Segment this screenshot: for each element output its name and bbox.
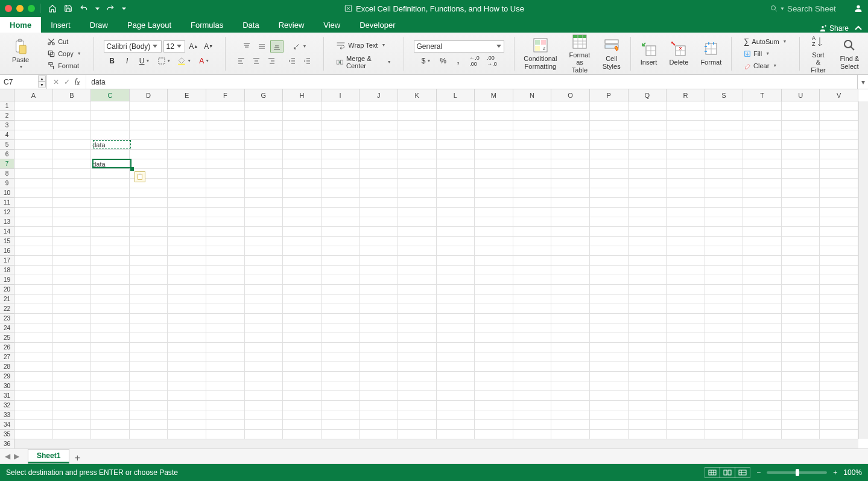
cell-L20[interactable] <box>437 285 475 295</box>
cell-O10[interactable] <box>551 188 590 198</box>
save-icon[interactable] <box>63 4 73 13</box>
cell-H4[interactable] <box>283 130 322 140</box>
cell-H12[interactable] <box>283 208 322 217</box>
cell-M12[interactable] <box>475 208 513 217</box>
cell-K24[interactable] <box>398 323 437 333</box>
cell-T30[interactable] <box>743 381 782 391</box>
name-box-down-icon[interactable]: ▼ <box>38 81 46 88</box>
maximize-window-icon[interactable] <box>28 5 35 12</box>
cell-T17[interactable] <box>743 256 782 266</box>
row-header-28[interactable]: 28 <box>0 362 14 372</box>
cell-J13[interactable] <box>360 217 398 227</box>
cell-P20[interactable] <box>590 285 629 295</box>
cell-E32[interactable] <box>168 401 206 410</box>
cell-F31[interactable] <box>206 391 245 401</box>
collapse-ribbon-icon[interactable] <box>855 25 862 31</box>
cell-U27[interactable] <box>782 352 820 362</box>
cell-T20[interactable] <box>743 285 782 295</box>
wrap-text-button[interactable]: Wrap Text▼ <box>334 38 388 53</box>
cell-C15[interactable] <box>91 237 130 246</box>
cell-U21[interactable] <box>782 295 820 304</box>
cell-K29[interactable] <box>398 372 437 381</box>
cell-G14[interactable] <box>245 227 284 237</box>
row-header-16[interactable]: 16 <box>0 246 14 256</box>
cell-O4[interactable] <box>551 130 590 140</box>
cell-C1[interactable] <box>91 101 130 111</box>
cell-E15[interactable] <box>168 237 206 246</box>
cell-T5[interactable] <box>743 140 782 150</box>
paste-dropdown-icon[interactable]: ▼ <box>19 65 24 69</box>
cell-K17[interactable] <box>398 256 437 266</box>
cell-Q7[interactable] <box>629 159 667 169</box>
cell-J5[interactable] <box>360 140 398 150</box>
cell-E20[interactable] <box>168 285 206 295</box>
cell-P32[interactable] <box>590 401 629 410</box>
row-header-5[interactable]: 5 <box>0 140 14 150</box>
cell-S29[interactable] <box>705 372 744 381</box>
cell-B5[interactable] <box>53 140 92 150</box>
col-header-V[interactable]: V <box>820 89 858 101</box>
cell-T22[interactable] <box>743 304 782 314</box>
cell-P22[interactable] <box>590 304 629 314</box>
cell-P29[interactable] <box>590 372 629 381</box>
cell-E34[interactable] <box>168 420 206 430</box>
cell-L13[interactable] <box>437 217 475 227</box>
cell-O30[interactable] <box>551 381 590 391</box>
zoom-out-button[interactable]: − <box>756 468 761 477</box>
cell-J2[interactable] <box>360 111 398 121</box>
cell-T7[interactable] <box>743 159 782 169</box>
cell-K4[interactable] <box>398 130 437 140</box>
cell-L34[interactable] <box>437 420 475 430</box>
cell-H9[interactable] <box>283 179 322 188</box>
cell-K13[interactable] <box>398 217 437 227</box>
cell-H8[interactable] <box>283 169 322 179</box>
cell-I33[interactable] <box>322 410 360 420</box>
cell-H27[interactable] <box>283 352 322 362</box>
cell-V29[interactable] <box>820 372 858 381</box>
cell-H5[interactable] <box>283 140 322 150</box>
cell-S11[interactable] <box>705 198 744 208</box>
cell-T11[interactable] <box>743 198 782 208</box>
cell-N26[interactable] <box>513 343 552 352</box>
percent-button[interactable]: % <box>437 55 450 67</box>
cell-K10[interactable] <box>398 188 437 198</box>
cell-A32[interactable] <box>14 401 53 410</box>
cell-P25[interactable] <box>590 333 629 343</box>
page-layout-view-button[interactable] <box>720 467 735 478</box>
cell-S6[interactable] <box>705 150 744 159</box>
cell-S17[interactable] <box>705 256 744 266</box>
cell-I35[interactable] <box>322 430 360 439</box>
cell-P5[interactable] <box>590 140 629 150</box>
cell-M16[interactable] <box>475 246 513 256</box>
cell-U8[interactable] <box>782 169 820 179</box>
cell-K9[interactable] <box>398 179 437 188</box>
cell-V16[interactable] <box>820 246 858 256</box>
row-header-11[interactable]: 11 <box>0 198 14 208</box>
cell-N31[interactable] <box>513 391 552 401</box>
cell-O24[interactable] <box>551 323 590 333</box>
row-header-31[interactable]: 31 <box>0 391 14 401</box>
row-header-1[interactable]: 1 <box>0 101 14 111</box>
cell-M9[interactable] <box>475 179 513 188</box>
cell-O27[interactable] <box>551 352 590 362</box>
cell-B3[interactable] <box>53 121 92 130</box>
cell-K21[interactable] <box>398 295 437 304</box>
cell-C33[interactable] <box>91 410 130 420</box>
cell-Q3[interactable] <box>629 121 667 130</box>
cell-J35[interactable] <box>360 430 398 439</box>
cell-J23[interactable] <box>360 314 398 323</box>
name-box[interactable]: C7 ▲ ▼ <box>0 75 47 89</box>
cell-L24[interactable] <box>437 323 475 333</box>
row-header-35[interactable]: 35 <box>0 430 14 439</box>
col-header-E[interactable]: E <box>168 89 206 101</box>
cell-I24[interactable] <box>322 323 360 333</box>
cell-I31[interactable] <box>322 391 360 401</box>
tab-view[interactable]: View <box>314 17 350 33</box>
cell-R34[interactable] <box>667 420 705 430</box>
find-select-button[interactable]: Find & Select <box>836 36 864 71</box>
borders-button[interactable]: ▼ <box>156 55 174 67</box>
cell-H31[interactable] <box>283 391 322 401</box>
cell-J4[interactable] <box>360 130 398 140</box>
cell-K34[interactable] <box>398 420 437 430</box>
cell-E8[interactable] <box>168 169 206 179</box>
